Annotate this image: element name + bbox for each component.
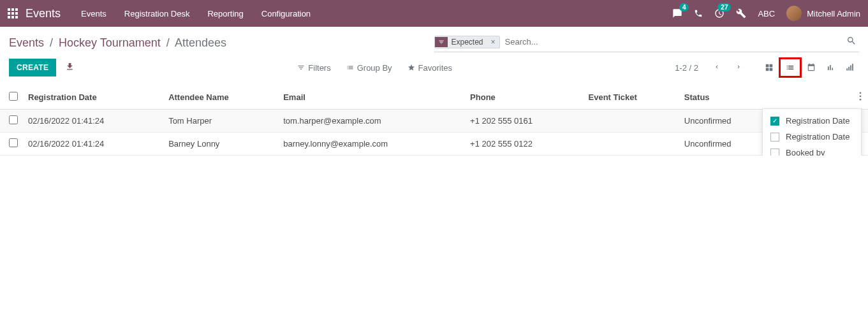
apps-icon[interactable] xyxy=(8,8,18,18)
nav-menu: Events Registration Desk Reporting Confi… xyxy=(81,9,672,18)
row-checkbox[interactable] xyxy=(9,138,18,147)
attendees-table: Registration Date Attendee Name Email Ph… xyxy=(0,85,868,156)
svg-point-17 xyxy=(860,92,862,94)
filter-funnel-icon xyxy=(435,37,448,47)
topbar: Events Events Registration Desk Reportin… xyxy=(0,0,868,27)
mid-controls: Filters Group By Favorites xyxy=(297,63,452,73)
cell-reg-date: 02/16/2022 01:41:24 xyxy=(23,133,163,156)
cell-email: barney.lonny@example.com xyxy=(278,133,465,156)
svg-rect-15 xyxy=(850,66,851,71)
cell-email: tom.harper@example.com xyxy=(278,110,465,133)
cell-ticket xyxy=(584,110,679,133)
table-row[interactable]: 02/16/2022 01:41:24 Barney Lonny barney.… xyxy=(0,133,868,156)
nav-events[interactable]: Events xyxy=(81,9,107,18)
cell-status: Unconfirmed xyxy=(679,110,772,133)
svg-point-19 xyxy=(860,99,862,101)
svg-rect-12 xyxy=(770,68,773,71)
search-icon[interactable] xyxy=(844,33,859,50)
col-ticket[interactable]: Event Ticket xyxy=(584,85,679,110)
checkbox-icon xyxy=(770,133,779,142)
svg-rect-0 xyxy=(8,8,10,11)
column-options-dropdown: Registration DateRegistration DateBooked… xyxy=(762,108,862,156)
svg-rect-4 xyxy=(11,12,14,15)
graph-view-icon[interactable] xyxy=(821,57,840,78)
cell-ticket xyxy=(584,133,679,156)
col-phone[interactable]: Phone xyxy=(465,85,583,110)
view-switcher xyxy=(760,57,859,78)
svg-rect-9 xyxy=(766,64,769,68)
svg-rect-1 xyxy=(11,8,14,11)
svg-rect-6 xyxy=(8,16,10,18)
table-container: Registration Date Attendee Name Email Ph… xyxy=(0,85,868,156)
breadcrumb: Events / Hockey Tournament / Attendees xyxy=(9,36,434,50)
svg-rect-7 xyxy=(11,16,14,18)
column-option-label: Registration Date xyxy=(786,132,850,142)
favorites-button[interactable]: Favorites xyxy=(408,63,452,73)
svg-rect-11 xyxy=(766,68,769,71)
groupby-label: Group By xyxy=(357,63,392,73)
nav-configuration[interactable]: Configuration xyxy=(261,9,311,18)
breadcrumb-current: Attendees xyxy=(175,36,226,49)
filter-tag-expected: Expected × xyxy=(434,36,500,48)
column-option[interactable]: Registration Date xyxy=(763,113,861,129)
col-email[interactable]: Email xyxy=(278,85,465,110)
col-action xyxy=(772,85,853,110)
row-checkbox[interactable] xyxy=(9,115,18,124)
nav-reporting[interactable]: Reporting xyxy=(207,9,243,18)
cell-attendee: Barney Lonny xyxy=(163,133,278,156)
select-all-header xyxy=(0,85,23,110)
filter-tag-close-icon[interactable]: × xyxy=(487,36,499,48)
select-all-checkbox[interactable] xyxy=(9,92,18,101)
breadcrumb-parent[interactable]: Hockey Tournament xyxy=(59,36,161,49)
phone-icon[interactable] xyxy=(694,9,703,18)
column-option[interactable]: Registration Date xyxy=(763,129,861,145)
svg-rect-10 xyxy=(770,64,773,68)
activity-icon[interactable]: 27 xyxy=(714,8,725,18)
col-status[interactable]: Status xyxy=(679,85,772,110)
app-brand[interactable]: Events xyxy=(26,7,61,20)
table-row[interactable]: 02/16/2022 01:41:24 Tom Harper tom.harpe… xyxy=(0,110,868,133)
user-name: Mitchell Admin xyxy=(807,9,860,18)
column-option-label: Booked by xyxy=(786,148,825,156)
svg-rect-2 xyxy=(15,8,18,11)
svg-rect-13 xyxy=(846,68,848,71)
chat-icon[interactable]: 4 xyxy=(672,8,682,18)
kanban-view-icon[interactable] xyxy=(760,57,779,78)
column-option-label: Registration Date xyxy=(786,116,850,126)
pager-prev-icon[interactable] xyxy=(709,61,725,75)
create-button[interactable]: CREATE xyxy=(9,59,56,76)
checkbox-icon xyxy=(770,149,779,156)
breadcrumb-sep: / xyxy=(166,36,170,49)
left-controls: CREATE xyxy=(9,59,75,76)
col-attendee[interactable]: Attendee Name xyxy=(163,85,278,110)
control-row: Events / Hockey Tournament / Attendees E… xyxy=(0,27,868,52)
cell-attendee: Tom Harper xyxy=(163,110,278,133)
debug-icon[interactable] xyxy=(736,8,746,18)
col-reg-date[interactable]: Registration Date xyxy=(23,85,163,110)
chat-badge: 4 xyxy=(679,3,689,11)
cell-status: Unconfirmed xyxy=(679,133,772,156)
download-icon[interactable] xyxy=(65,62,75,73)
cell-reg-date: 02/16/2022 01:41:24 xyxy=(23,110,163,133)
filters-button[interactable]: Filters xyxy=(297,63,330,73)
svg-rect-14 xyxy=(848,67,850,71)
column-options-list: Registration DateRegistration DateBooked… xyxy=(763,109,861,156)
svg-point-18 xyxy=(860,96,862,98)
pivot-view-icon[interactable] xyxy=(840,57,859,78)
groupby-button[interactable]: Group By xyxy=(346,63,392,73)
favorites-label: Favorites xyxy=(418,63,452,73)
pager-next-icon[interactable] xyxy=(730,61,747,75)
list-view-icon[interactable] xyxy=(779,57,802,78)
calendar-view-icon[interactable] xyxy=(802,57,821,78)
search-input[interactable] xyxy=(500,34,844,49)
activity-badge: 27 xyxy=(717,3,731,11)
nav-registration-desk[interactable]: Registration Desk xyxy=(124,9,190,18)
user-menu[interactable]: Mitchell Admin xyxy=(786,6,860,21)
avatar xyxy=(786,6,802,21)
column-option[interactable]: Booked by xyxy=(763,145,861,156)
breadcrumb-root[interactable]: Events xyxy=(9,36,44,49)
cell-phone: +1 202 555 0161 xyxy=(465,110,583,133)
pager-text[interactable]: 1-2 / 2 xyxy=(675,63,698,73)
company-name[interactable]: ABC xyxy=(758,9,775,18)
col-options[interactable] xyxy=(853,85,868,110)
